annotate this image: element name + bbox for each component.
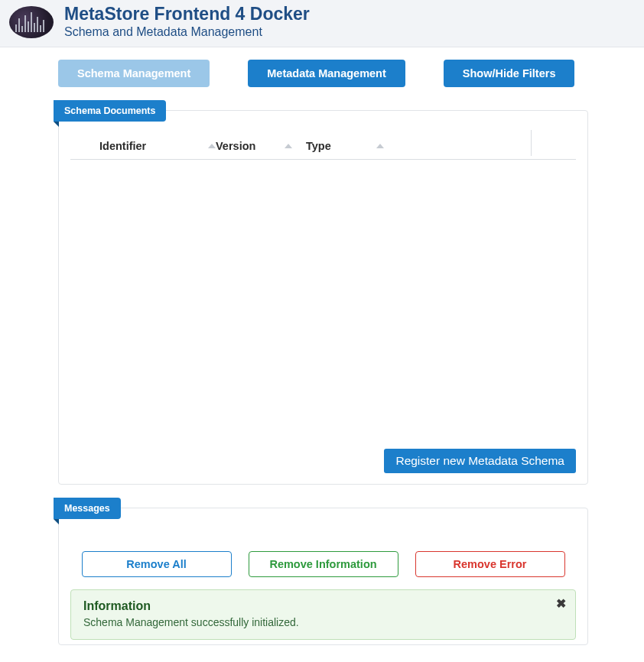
schema-documents-panel: Schema Documents Identifier Version Type: [58, 110, 588, 485]
remove-error-button[interactable]: Remove Error: [415, 551, 565, 577]
app-title: MetaStore Frontend 4 Docker: [64, 5, 310, 24]
remove-info-button[interactable]: Remove Information: [249, 551, 398, 577]
alert-body: Schema Management successfully initializ…: [83, 616, 563, 628]
sort-ascending-icon: [208, 144, 216, 148]
sort-ascending-icon: [285, 144, 292, 148]
schema-table-header: Identifier Version Type: [70, 132, 576, 160]
app-subtitle: Schema and Metadata Management: [64, 25, 310, 39]
schema-table-body: [70, 160, 576, 443]
column-type-label: Type: [306, 140, 331, 152]
tabs-row: Schema Management Metadata Management Sh…: [0, 47, 644, 87]
close-icon[interactable]: ✖: [556, 596, 566, 611]
app-logo: [9, 6, 54, 38]
tab-show-hide-filters[interactable]: Show/Hide Filters: [444, 60, 575, 87]
info-alert: ✖ Information Schema Management successf…: [70, 589, 576, 640]
column-identifier[interactable]: Identifier: [70, 140, 216, 152]
sort-ascending-icon: [376, 144, 384, 148]
messages-panel: Messages Remove All Remove Information R…: [58, 508, 588, 645]
register-schema-button[interactable]: Register new Metadata Schema: [384, 449, 576, 473]
alert-title: Information: [83, 599, 563, 613]
column-identifier-label: Identifier: [99, 140, 146, 152]
column-version-label: Version: [216, 140, 255, 152]
schema-panel-ribbon: Schema Documents: [54, 100, 166, 122]
column-version[interactable]: Version: [216, 140, 292, 152]
app-header: MetaStore Frontend 4 Docker Schema and M…: [0, 0, 644, 47]
remove-all-button[interactable]: Remove All: [82, 551, 232, 577]
column-divider: [531, 130, 532, 156]
column-type[interactable]: Type: [292, 140, 384, 152]
tab-metadata-management[interactable]: Metadata Management: [248, 60, 405, 87]
messages-panel-ribbon: Messages: [54, 498, 121, 519]
tab-schema-management[interactable]: Schema Management: [58, 60, 210, 87]
